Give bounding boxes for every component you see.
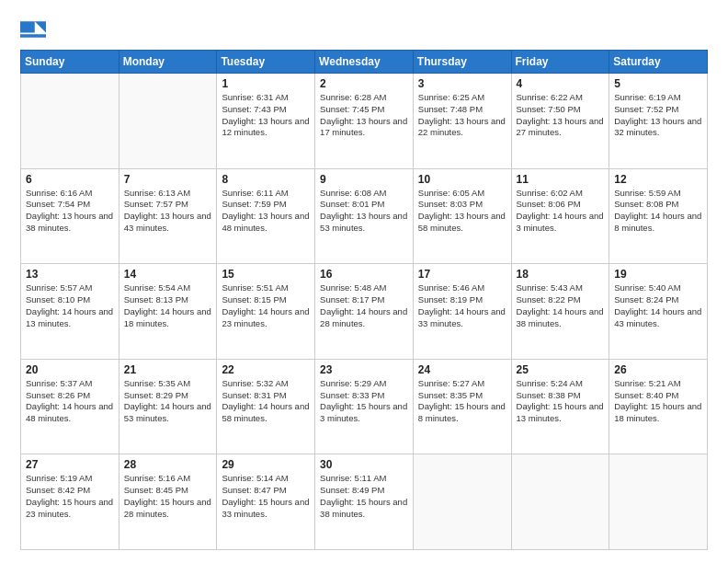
week-row-4: 20Sunrise: 5:37 AM Sunset: 8:26 PM Dayli… — [21, 359, 708, 454]
calendar-cell — [511, 454, 609, 550]
calendar-cell: 19Sunrise: 5:40 AM Sunset: 8:24 PM Dayli… — [609, 264, 708, 360]
day-number: 23 — [320, 363, 408, 376]
calendar-cell: 21Sunrise: 5:35 AM Sunset: 8:29 PM Dayli… — [119, 359, 217, 454]
day-number: 16 — [320, 268, 408, 281]
day-info: Sunrise: 5:21 AM Sunset: 8:40 PM Dayligh… — [614, 378, 702, 425]
day-header-friday: Friday — [511, 51, 609, 74]
day-info: Sunrise: 5:35 AM Sunset: 8:29 PM Dayligh… — [124, 378, 212, 425]
day-info: Sunrise: 5:14 AM Sunset: 8:47 PM Dayligh… — [222, 473, 310, 520]
day-number: 4 — [517, 77, 605, 90]
day-number: 26 — [614, 363, 702, 376]
day-info: Sunrise: 6:02 AM Sunset: 8:06 PM Dayligh… — [517, 188, 605, 235]
day-header-monday: Monday — [119, 51, 217, 74]
day-info: Sunrise: 5:43 AM Sunset: 8:22 PM Dayligh… — [517, 282, 605, 329]
calendar-cell — [21, 74, 119, 169]
day-number: 19 — [614, 268, 702, 281]
day-header-wednesday: Wednesday — [315, 51, 414, 74]
calendar-cell: 30Sunrise: 5:11 AM Sunset: 8:49 PM Dayli… — [315, 454, 414, 550]
calendar-cell: 28Sunrise: 5:16 AM Sunset: 8:45 PM Dayli… — [119, 454, 217, 550]
day-info: Sunrise: 5:27 AM Sunset: 8:35 PM Dayligh… — [418, 378, 506, 425]
calendar-cell: 10Sunrise: 6:05 AM Sunset: 8:03 PM Dayli… — [413, 168, 511, 264]
day-info: Sunrise: 6:28 AM Sunset: 7:45 PM Dayligh… — [320, 92, 408, 139]
calendar-cell: 3Sunrise: 6:25 AM Sunset: 7:48 PM Daylig… — [413, 74, 511, 169]
day-header-sunday: Sunday — [21, 51, 119, 74]
day-info: Sunrise: 6:05 AM Sunset: 8:03 PM Dayligh… — [418, 188, 506, 235]
page: SundayMondayTuesdayWednesdayThursdayFrid… — [0, 0, 728, 563]
day-header-tuesday: Tuesday — [217, 51, 315, 74]
week-row-5: 27Sunrise: 5:19 AM Sunset: 8:42 PM Dayli… — [21, 454, 708, 550]
day-info: Sunrise: 5:40 AM Sunset: 8:24 PM Dayligh… — [614, 282, 702, 329]
day-number: 1 — [222, 77, 310, 90]
day-number: 13 — [26, 268, 114, 281]
day-info: Sunrise: 6:25 AM Sunset: 7:48 PM Dayligh… — [418, 92, 506, 139]
calendar-cell: 1Sunrise: 6:31 AM Sunset: 7:43 PM Daylig… — [217, 74, 315, 169]
day-info: Sunrise: 5:19 AM Sunset: 8:42 PM Dayligh… — [26, 473, 114, 520]
logo-icon — [20, 17, 46, 42]
day-info: Sunrise: 6:31 AM Sunset: 7:43 PM Dayligh… — [222, 92, 310, 139]
week-row-3: 13Sunrise: 5:57 AM Sunset: 8:10 PM Dayli… — [21, 264, 708, 360]
day-info: Sunrise: 5:16 AM Sunset: 8:45 PM Dayligh… — [124, 473, 212, 520]
day-number: 7 — [124, 173, 212, 186]
day-info: Sunrise: 5:24 AM Sunset: 8:38 PM Dayligh… — [517, 378, 605, 425]
day-number: 6 — [26, 173, 114, 186]
day-number: 25 — [517, 363, 605, 376]
calendar-cell: 5Sunrise: 6:19 AM Sunset: 7:52 PM Daylig… — [609, 74, 708, 169]
calendar-cell: 29Sunrise: 5:14 AM Sunset: 8:47 PM Dayli… — [217, 454, 315, 550]
day-info: Sunrise: 6:22 AM Sunset: 7:50 PM Dayligh… — [517, 92, 605, 139]
day-number: 9 — [320, 173, 408, 186]
logo — [20, 17, 50, 42]
calendar-cell: 17Sunrise: 5:46 AM Sunset: 8:19 PM Dayli… — [413, 264, 511, 360]
calendar-cell: 18Sunrise: 5:43 AM Sunset: 8:22 PM Dayli… — [511, 264, 609, 360]
svg-rect-3 — [20, 34, 46, 38]
svg-rect-2 — [20, 21, 35, 32]
day-info: Sunrise: 5:32 AM Sunset: 8:31 PM Dayligh… — [222, 378, 310, 425]
day-number: 15 — [222, 268, 310, 281]
calendar-cell: 27Sunrise: 5:19 AM Sunset: 8:42 PM Dayli… — [21, 454, 119, 550]
calendar-cell: 4Sunrise: 6:22 AM Sunset: 7:50 PM Daylig… — [511, 74, 609, 169]
calendar-cell: 2Sunrise: 6:28 AM Sunset: 7:45 PM Daylig… — [315, 74, 414, 169]
calendar-table: SundayMondayTuesdayWednesdayThursdayFrid… — [20, 50, 708, 550]
day-info: Sunrise: 5:29 AM Sunset: 8:33 PM Dayligh… — [320, 378, 408, 425]
day-number: 12 — [614, 173, 702, 186]
week-row-1: 1Sunrise: 6:31 AM Sunset: 7:43 PM Daylig… — [21, 74, 708, 169]
day-header-saturday: Saturday — [609, 51, 708, 74]
day-info: Sunrise: 5:57 AM Sunset: 8:10 PM Dayligh… — [26, 282, 114, 329]
calendar-cell: 13Sunrise: 5:57 AM Sunset: 8:10 PM Dayli… — [21, 264, 119, 360]
calendar-cell: 8Sunrise: 6:11 AM Sunset: 7:59 PM Daylig… — [217, 168, 315, 264]
day-number: 2 — [320, 77, 408, 90]
day-info: Sunrise: 6:11 AM Sunset: 7:59 PM Dayligh… — [222, 188, 310, 235]
day-info: Sunrise: 5:54 AM Sunset: 8:13 PM Dayligh… — [124, 282, 212, 329]
calendar-cell: 7Sunrise: 6:13 AM Sunset: 7:57 PM Daylig… — [119, 168, 217, 264]
day-header-thursday: Thursday — [413, 51, 511, 74]
header — [20, 17, 708, 42]
day-number: 30 — [320, 458, 408, 471]
day-info: Sunrise: 5:59 AM Sunset: 8:08 PM Dayligh… — [614, 188, 702, 235]
day-info: Sunrise: 6:19 AM Sunset: 7:52 PM Dayligh… — [614, 92, 702, 139]
calendar-cell: 12Sunrise: 5:59 AM Sunset: 8:08 PM Dayli… — [609, 168, 708, 264]
calendar-cell: 20Sunrise: 5:37 AM Sunset: 8:26 PM Dayli… — [21, 359, 119, 454]
day-number: 8 — [222, 173, 310, 186]
day-number: 24 — [418, 363, 506, 376]
day-number: 10 — [418, 173, 506, 186]
day-number: 3 — [418, 77, 506, 90]
calendar-cell: 24Sunrise: 5:27 AM Sunset: 8:35 PM Dayli… — [413, 359, 511, 454]
calendar-cell: 16Sunrise: 5:48 AM Sunset: 8:17 PM Dayli… — [315, 264, 414, 360]
day-number: 21 — [124, 363, 212, 376]
calendar-cell — [119, 74, 217, 169]
day-number: 11 — [517, 173, 605, 186]
calendar-cell — [609, 454, 708, 550]
day-headers: SundayMondayTuesdayWednesdayThursdayFrid… — [21, 51, 708, 74]
day-number: 18 — [517, 268, 605, 281]
calendar-cell: 9Sunrise: 6:08 AM Sunset: 8:01 PM Daylig… — [315, 168, 414, 264]
day-info: Sunrise: 5:48 AM Sunset: 8:17 PM Dayligh… — [320, 282, 408, 329]
day-info: Sunrise: 5:51 AM Sunset: 8:15 PM Dayligh… — [222, 282, 310, 329]
calendar-cell: 15Sunrise: 5:51 AM Sunset: 8:15 PM Dayli… — [217, 264, 315, 360]
day-info: Sunrise: 6:08 AM Sunset: 8:01 PM Dayligh… — [320, 188, 408, 235]
day-number: 22 — [222, 363, 310, 376]
calendar-cell: 14Sunrise: 5:54 AM Sunset: 8:13 PM Dayli… — [119, 264, 217, 360]
day-number: 27 — [26, 458, 114, 471]
day-number: 17 — [418, 268, 506, 281]
calendar-cell: 23Sunrise: 5:29 AM Sunset: 8:33 PM Dayli… — [315, 359, 414, 454]
day-number: 14 — [124, 268, 212, 281]
week-row-2: 6Sunrise: 6:16 AM Sunset: 7:54 PM Daylig… — [21, 168, 708, 264]
